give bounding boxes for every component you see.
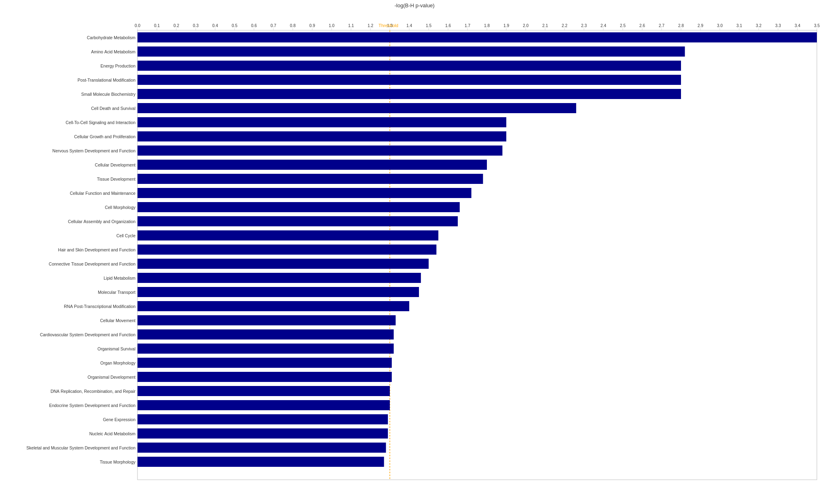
chart-canvas (0, 0, 829, 504)
chart-container (0, 0, 829, 504)
